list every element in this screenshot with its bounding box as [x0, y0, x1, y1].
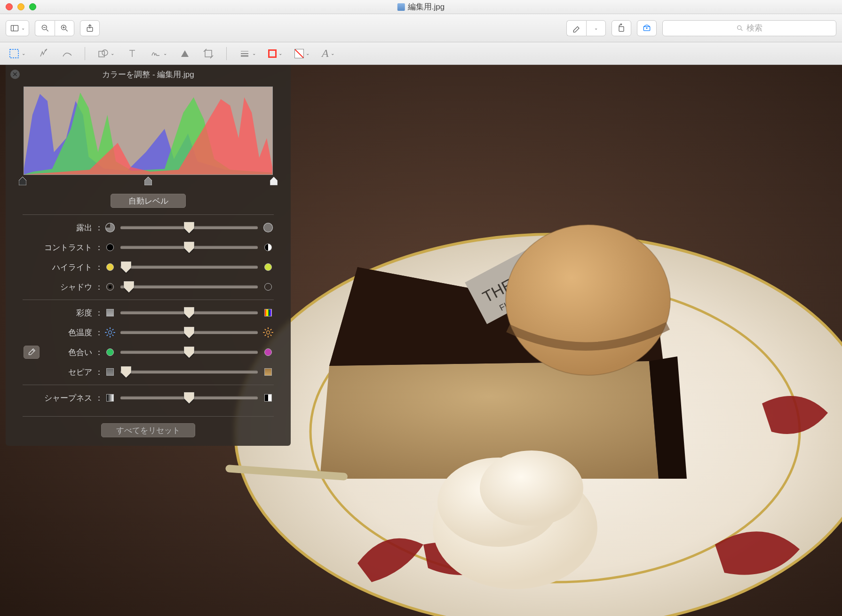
slider-thumb[interactable]: [121, 366, 131, 378]
auto-level-button[interactable]: 自動レベル: [111, 194, 186, 208]
separator: [23, 416, 274, 417]
highlight-button[interactable]: [566, 20, 586, 36]
svg-marker-77: [121, 366, 131, 378]
svg-point-18: [47, 49, 47, 49]
shadow-low-icon: [104, 281, 116, 292]
zoom-in-button[interactable]: [55, 20, 74, 36]
slider-thumb[interactable]: [184, 392, 194, 403]
font-style-button[interactable]: A ⌄: [322, 47, 334, 60]
close-panel-button[interactable]: ✕: [10, 70, 20, 79]
close-window-button[interactable]: [6, 3, 13, 10]
highlight-dropdown[interactable]: ⌄: [586, 20, 606, 36]
panel-header[interactable]: ✕ カラーを調整 - 編集用.jpg: [6, 65, 291, 84]
window-controls: [6, 3, 36, 10]
sidebar-toggle-button[interactable]: ⌄: [6, 20, 29, 36]
zoom-out-button[interactable]: [35, 20, 55, 36]
window-title: 編集用.jpg: [397, 1, 445, 12]
fill-color-button[interactable]: ⌄: [294, 49, 310, 58]
temperature-slider[interactable]: [120, 328, 258, 337]
exposure-slider[interactable]: [120, 223, 258, 232]
aperture-open-icon: [262, 222, 274, 233]
sharpness-slider[interactable]: [120, 393, 258, 403]
shadow-label: シャドウ: [6, 282, 95, 292]
svg-point-17: [45, 50, 46, 51]
instant-alpha-button[interactable]: [38, 48, 49, 59]
crop-size-button[interactable]: [203, 48, 214, 59]
sharpness-high-icon: [262, 392, 274, 403]
slider-thumb[interactable]: [184, 327, 194, 338]
saturation-high-icon: [262, 307, 274, 318]
exposure-label: 露出: [6, 222, 95, 233]
contrast-row: コントラスト ：: [6, 237, 291, 257]
shapes-button[interactable]: ⌄: [97, 48, 114, 59]
temperature-label: 色温度: [6, 327, 95, 338]
search-placeholder: 検索: [747, 23, 763, 33]
svg-marker-53: [121, 261, 131, 273]
panel-title: カラーを調整 - 編集用.jpg: [102, 69, 194, 80]
slider-thumb[interactable]: [124, 281, 134, 292]
sepia-low-icon: [104, 366, 116, 378]
slider-thumb[interactable]: [121, 261, 131, 273]
slider-thumb[interactable]: [184, 222, 194, 233]
minimize-window-button[interactable]: [17, 3, 24, 10]
reset-all-button[interactable]: すべてをリセット: [101, 423, 195, 437]
svg-marker-78: [184, 392, 194, 403]
svg-line-75: [32, 350, 34, 352]
svg-point-56: [108, 331, 111, 334]
sepia-slider[interactable]: [120, 367, 258, 377]
contrast-slider[interactable]: [120, 243, 258, 252]
slider-thumb[interactable]: [184, 242, 194, 253]
selection-tool-button[interactable]: ⌄: [8, 48, 25, 59]
slider-thumb[interactable]: [184, 307, 194, 318]
signature-button[interactable]: ⌄: [150, 48, 167, 59]
svg-marker-49: [184, 222, 194, 233]
highlight-slider[interactable]: [120, 262, 258, 272]
highlight-label: ハイライト: [6, 262, 95, 273]
black-point-handle[interactable]: [19, 177, 26, 185]
stroke-color-button[interactable]: ⌄: [268, 49, 282, 58]
svg-line-6: [66, 29, 68, 31]
saturation-label: 彩度: [6, 308, 95, 318]
highlight-row: ハイライト ：: [6, 257, 291, 277]
line-style-button[interactable]: ⌄: [239, 48, 256, 59]
tint-slider[interactable]: [120, 347, 258, 357]
white-point-handle[interactable]: [270, 177, 278, 185]
main-toolbar: ⌄ ⌄ 検索: [0, 14, 842, 42]
eyedropper-button[interactable]: [24, 346, 40, 359]
svg-marker-76: [184, 347, 194, 358]
tint-row: 色合い ：: [6, 342, 291, 362]
markup-toolbar-button[interactable]: [637, 20, 657, 36]
search-field[interactable]: 検索: [662, 20, 836, 36]
svg-rect-16: [10, 49, 18, 58]
shadow-slider[interactable]: [120, 282, 258, 292]
saturation-row: 彩度 ：: [6, 303, 291, 323]
tint-magenta-icon: [262, 347, 274, 358]
svg-marker-54: [124, 281, 134, 292]
svg-line-15: [741, 29, 742, 31]
exposure-row: 露出 ：: [6, 218, 291, 237]
draw-tool-button[interactable]: [61, 48, 72, 59]
svg-rect-19: [99, 51, 104, 57]
histogram: [24, 87, 273, 175]
saturation-slider[interactable]: [120, 308, 258, 317]
rotate-button[interactable]: [612, 20, 631, 36]
share-button[interactable]: [80, 20, 100, 36]
svg-rect-24: [205, 50, 212, 57]
sharpness-label: シャープネス: [6, 393, 95, 403]
svg-line-73: [270, 329, 271, 330]
zoom-window-button[interactable]: [29, 3, 36, 10]
mid-point-handle[interactable]: [144, 177, 152, 185]
slider-thumb[interactable]: [184, 347, 194, 358]
markup-group: ⌄: [566, 20, 606, 36]
svg-rect-11: [619, 26, 624, 31]
text-tool-button[interactable]: [127, 48, 138, 59]
image-canvas[interactable]: THE DA FINEST ✕ カラーを調整 - 編集用.jpg: [0, 65, 842, 616]
aperture-closed-icon: [104, 222, 116, 233]
temperature-warm-icon: [262, 327, 274, 338]
tint-green-icon: [104, 347, 116, 358]
svg-point-39: [506, 225, 670, 375]
window-title-text: 編集用.jpg: [408, 1, 445, 12]
separator: [23, 214, 274, 215]
separator: [85, 47, 85, 60]
adjust-color-button[interactable]: [179, 48, 191, 59]
